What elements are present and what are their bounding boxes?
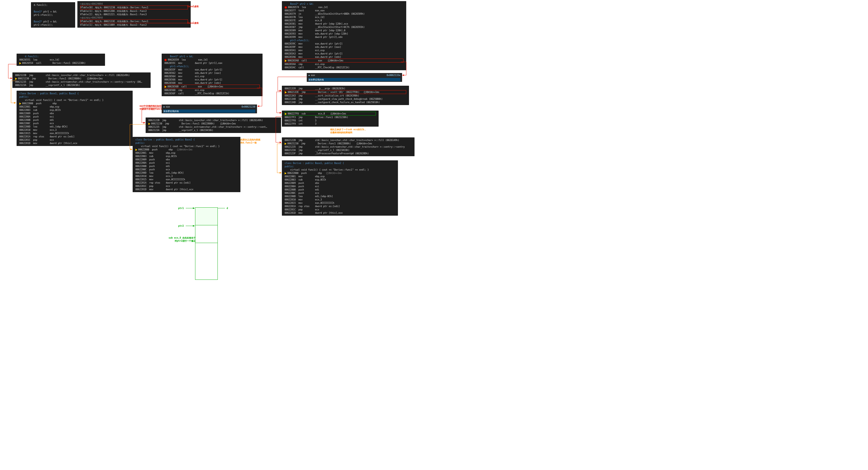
current-line-icon: [285, 172, 286, 174]
current-line-icon: [19, 62, 21, 64]
current-line-icon: [148, 123, 150, 125]
src-line: ptr2->func1();: [34, 23, 72, 27]
mem-label-d: d: [226, 207, 228, 210]
mem-label-ptr2: ptr2: [178, 225, 184, 227]
watch-name: eax: [311, 74, 315, 77]
vtable-entry: VTable[0]，地址为：0062133E，对应函数为：Derive::fun…: [80, 19, 188, 23]
current-line-icon: [285, 113, 287, 115]
vtable-header: >虚表地址>00629B94: [80, 2, 188, 5]
canvas: { "source": { "l1": "d.func1();", "l2": …: [0, 0, 434, 293]
watch-value: 0x00621230: [242, 105, 255, 108]
disasm-dfunc1-jmp: 0062122B jmp std::basic_ios<char,std::ch…: [12, 72, 151, 88]
watch-window[interactable]: ◆eax0x0062133e 添加要监视的项: [307, 73, 402, 82]
memory-layout-d: [195, 207, 218, 280]
disasm-dfunc1-call: d.func1(); 00626551 lea ecx,[d] 00626554…: [17, 54, 105, 66]
vtable-dump: >虚表地址>00629B94 VTable[0]，地址为：00621230，对应…: [78, 1, 191, 28]
mem-label-ptr1: ptr1: [178, 207, 184, 210]
mem-note-subecx: sub ecx,8 在此处相当于 对ptr2进行一个修正: [151, 236, 196, 242]
disasm-ptr2-body: class Derive : public Base1, public Base…: [282, 160, 398, 216]
breakpoint-icon[interactable]: [285, 6, 287, 8]
source-snippet: d.func1(); Base1* ptr1 = &d; ptr1->func1…: [31, 2, 75, 28]
watch-add-placeholder[interactable]: 添加要监视的项: [308, 78, 400, 81]
src-line: ptr1->func1();: [34, 13, 72, 17]
note-same-as-d: 此部分之后的内容就 和d.func1一致: [241, 138, 282, 144]
disasm-ptr1-body: class Derive : public Base1, public Base…: [133, 137, 241, 192]
current-line-icon: [135, 149, 137, 151]
disasm-ptr2-jmp1: 00621339 jmp ___p___argv (0626203h) 0062…: [282, 86, 409, 105]
watch-add-placeholder[interactable]: 添加要监视的项: [163, 110, 255, 113]
watch-window[interactable]: ◆eax0x00621230 添加要监视的项: [162, 105, 257, 113]
watch-name: eax: [166, 105, 170, 108]
current-line-icon: [285, 60, 287, 62]
current-line-icon: [19, 102, 21, 105]
disasm-ptr2-call: Base2* ptr2 = &d; 00626574 lea eax,[d] 0…: [282, 1, 406, 70]
vtable-label: Base1虚表: [187, 5, 199, 8]
disasm-ptr2-jmp2: 0062122B jmp std::basic_ios<char,std::ch…: [282, 138, 414, 156]
disasm-ptr1-call: Base1* ptr1 = &d; 00626559 lea eax,[d] 0…: [162, 54, 262, 96]
watch-value: 0x0062133e: [386, 74, 400, 77]
vtable-entry: VTable[0]，地址为：00621230，对应函数为：Derive::fun…: [80, 5, 188, 9]
breakpoint-icon[interactable]: [164, 59, 167, 61]
watch-icon: ◆: [308, 74, 310, 77]
src-line: d.func1();: [34, 3, 72, 7]
current-line-icon: [15, 78, 17, 80]
disasm-ptr1-jmp: 0062122B jmp std::basic_ios<char,std::ch…: [146, 117, 281, 133]
vtable-label: Base2虚表: [187, 22, 199, 25]
current-line-icon: [285, 143, 286, 145]
watch-icon: ◆: [163, 105, 165, 108]
disasm-ptr2-vcall: 006227F0 sub ecx,8 已用时间<=1ms 006227F3 jm…: [282, 111, 379, 127]
current-line-icon: [285, 91, 287, 93]
disasm-dfunc1-body: class Derive : public Base1, public Base…: [17, 91, 133, 146]
current-line-icon: [165, 86, 167, 88]
note-sub-ecx: 相比之余多了一个sub ecx的行为， 但最终得到的结果相同: [330, 128, 405, 134]
